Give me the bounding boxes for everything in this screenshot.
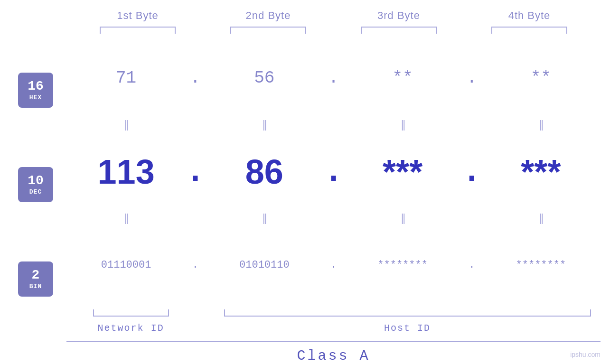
byte3-header: 3rd Byte bbox=[334, 9, 464, 22]
dec-b2: 86 bbox=[245, 152, 283, 191]
dec-dot2: . bbox=[323, 152, 344, 191]
hex-dot2: . bbox=[328, 68, 339, 88]
hex-dot1: . bbox=[190, 68, 200, 88]
hex-b3: ** bbox=[393, 68, 413, 88]
equals-row-2: ‖ ‖ ‖ ‖ bbox=[66, 211, 601, 225]
main-content: 16 HEX 10 DEC 2 BIN 71 . 56 . ** . ** bbox=[0, 38, 610, 364]
byte4-header: 4th Byte bbox=[464, 9, 595, 22]
bin-b2: 01010110 bbox=[239, 259, 290, 271]
dec-b4: *** bbox=[521, 152, 561, 191]
host-bracket bbox=[224, 309, 591, 317]
id-labels: Network ID Host ID bbox=[66, 323, 601, 334]
class-label-container: Class A bbox=[66, 348, 601, 364]
bin-dot2: . bbox=[330, 259, 337, 271]
dec-row: 113 . 86 . *** . *** bbox=[66, 132, 601, 211]
network-bracket bbox=[93, 309, 169, 317]
bottom-bracket-row bbox=[66, 309, 601, 319]
bracket-byte2 bbox=[230, 27, 306, 34]
byte-headers: 1st Byte 2nd Byte 3rd Byte 4th Byte bbox=[73, 9, 595, 22]
class-a-label: Class A bbox=[297, 348, 370, 364]
dec-dot1: . bbox=[185, 152, 206, 191]
badge-bin-number: 2 bbox=[32, 268, 40, 283]
watermark: ipshu.com bbox=[570, 351, 601, 358]
network-id-label: Network ID bbox=[98, 323, 164, 334]
outer-bracket-line bbox=[66, 341, 601, 342]
bin-dot3: . bbox=[469, 259, 475, 271]
badge-dec: 10 DEC bbox=[18, 167, 53, 202]
badge-hex: 16 HEX bbox=[18, 73, 53, 108]
hex-b4: ** bbox=[531, 68, 551, 88]
eq2-b1: ‖ bbox=[124, 214, 128, 223]
equals-row-1: ‖ ‖ ‖ ‖ bbox=[66, 118, 601, 132]
bin-b1: 01110001 bbox=[101, 259, 151, 271]
badge-bin-label: BIN bbox=[29, 283, 42, 290]
byte1-header: 1st Byte bbox=[73, 9, 203, 22]
host-id-label: Host ID bbox=[384, 323, 431, 334]
bracket-byte3 bbox=[361, 27, 437, 34]
bin-row: 01110001 . 01010110 . ******** . *******… bbox=[66, 225, 601, 305]
eq1-b3: ‖ bbox=[401, 121, 405, 129]
eq1-b1: ‖ bbox=[124, 121, 128, 129]
main-container: 1st Byte 2nd Byte 3rd Byte 4th Byte 16 H… bbox=[0, 0, 610, 364]
eq2-b4: ‖ bbox=[539, 214, 543, 223]
eq1-b2: ‖ bbox=[262, 121, 266, 129]
badge-hex-number: 16 bbox=[28, 79, 44, 94]
byte2-header: 2nd Byte bbox=[203, 9, 334, 22]
bin-dot1: . bbox=[192, 259, 198, 271]
bin-b3: ******** bbox=[377, 259, 428, 271]
hex-row: 71 . 56 . ** . ** bbox=[66, 38, 601, 118]
eq1-b4: ‖ bbox=[539, 121, 543, 129]
dec-b1: 113 bbox=[98, 152, 155, 191]
dec-dot3: . bbox=[461, 152, 482, 191]
bin-b4: ******** bbox=[516, 259, 566, 271]
badge-bin: 2 BIN bbox=[18, 261, 53, 297]
top-bracket-row bbox=[73, 27, 595, 36]
badge-dec-number: 10 bbox=[28, 174, 44, 188]
badge-hex-label: HEX bbox=[29, 94, 42, 101]
badges-column: 16 HEX 10 DEC 2 BIN bbox=[0, 38, 66, 364]
bracket-byte1 bbox=[100, 27, 176, 34]
badge-dec-label: DEC bbox=[29, 188, 42, 196]
eq2-b3: ‖ bbox=[401, 214, 405, 223]
bracket-byte4 bbox=[491, 27, 567, 34]
hex-b1: 71 bbox=[116, 68, 136, 88]
hex-b2: 56 bbox=[254, 68, 274, 88]
dec-b3: *** bbox=[383, 152, 422, 191]
eq2-b2: ‖ bbox=[262, 214, 266, 223]
rows-area: 71 . 56 . ** . ** ‖ ‖ ‖ ‖ 113 . bbox=[66, 38, 610, 364]
hex-dot3: . bbox=[467, 68, 477, 88]
